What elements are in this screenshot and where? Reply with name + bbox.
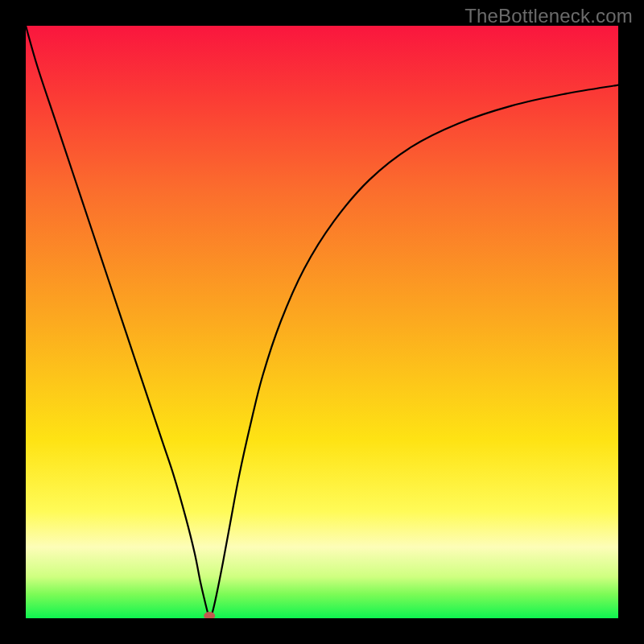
outer-frame: TheBottleneck.com — [0, 0, 644, 644]
watermark-text: TheBottleneck.com — [464, 5, 633, 27]
optimal-point-marker — [204, 612, 215, 618]
plot-area — [26, 26, 618, 618]
bottleneck-curve — [26, 26, 618, 618]
chart-svg — [26, 26, 618, 618]
